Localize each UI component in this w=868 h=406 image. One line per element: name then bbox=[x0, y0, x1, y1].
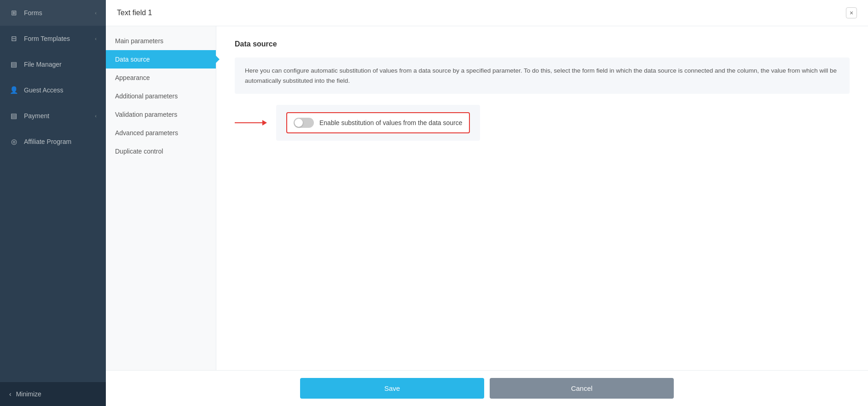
info-box: Here you can configure automatic substit… bbox=[235, 57, 850, 94]
nav-item-additional-parameters[interactable]: Additional parameters bbox=[106, 87, 216, 105]
nav-item-advanced-parameters[interactable]: Advanced parameters bbox=[106, 124, 216, 142]
sidebar-item-label: Guest Access bbox=[24, 86, 64, 94]
payment-icon: ▤ bbox=[9, 111, 18, 120]
modal-body: Main parameters Data source Appearance A… bbox=[106, 26, 868, 370]
nav-item-duplicate-control[interactable]: Duplicate control bbox=[106, 142, 216, 160]
form-templates-icon: ⊟ bbox=[9, 34, 18, 43]
minimize-icon: ‹ bbox=[9, 390, 12, 398]
sidebar-item-file-manager[interactable]: ▤ File Manager bbox=[0, 51, 106, 77]
sidebar-item-affiliate-program[interactable]: ◎ Affiliate Program bbox=[0, 129, 106, 154]
toggle-label: Enable substitution of values from the d… bbox=[319, 119, 463, 126]
sidebar-item-guest-access[interactable]: 👤 Guest Access bbox=[0, 77, 106, 103]
sidebar-item-label: Affiliate Program bbox=[24, 138, 71, 145]
modal-header: Text field 1 × bbox=[106, 0, 868, 26]
info-text: Here you can configure automatic substit… bbox=[245, 67, 837, 84]
nav-item-main-parameters[interactable]: Main parameters bbox=[106, 32, 216, 50]
minimize-button[interactable]: ‹ Minimize bbox=[0, 382, 106, 406]
chevron-icon: ‹ bbox=[95, 10, 97, 16]
annotation-arrow bbox=[235, 120, 267, 126]
arrow-head bbox=[262, 120, 267, 126]
affiliate-icon: ◎ bbox=[9, 137, 18, 146]
arrow-line bbox=[235, 122, 262, 123]
toggle-section: Enable substitution of values from the d… bbox=[276, 105, 480, 141]
sidebar-item-label: Forms bbox=[24, 9, 42, 17]
nav-item-data-source[interactable]: Data source bbox=[106, 50, 216, 69]
toggle-row: Enable substitution of values from the d… bbox=[286, 112, 470, 133]
nav-item-validation-parameters[interactable]: Validation parameters bbox=[106, 105, 216, 124]
toggle-track bbox=[294, 118, 314, 128]
modal-title: Text field 1 bbox=[117, 9, 152, 17]
content-area: Data source Here you can configure autom… bbox=[216, 26, 868, 370]
chevron-icon: ‹ bbox=[95, 113, 97, 119]
close-button[interactable]: × bbox=[846, 7, 857, 18]
sidebar-item-form-templates[interactable]: ⊟ Form Templates ‹ bbox=[0, 26, 106, 51]
sidebar-item-label: Payment bbox=[24, 112, 49, 120]
sidebar-item-forms[interactable]: ⊞ Forms ‹ bbox=[0, 0, 106, 26]
forms-icon: ⊞ bbox=[9, 8, 18, 17]
sidebar: ⊞ Forms ‹ ⊟ Form Templates ‹ ▤ File Mana… bbox=[0, 0, 106, 406]
toggle-thumb bbox=[295, 119, 303, 127]
sidebar-item-label: File Manager bbox=[24, 61, 62, 68]
modal-footer: Save Cancel bbox=[106, 370, 868, 406]
nav-item-appearance[interactable]: Appearance bbox=[106, 69, 216, 87]
chevron-icon: ‹ bbox=[95, 36, 97, 41]
toggle-switch[interactable] bbox=[294, 118, 314, 128]
file-manager-icon: ▤ bbox=[9, 60, 18, 69]
save-button[interactable]: Save bbox=[300, 378, 484, 399]
main-area: Text field 1 × Main parameters Data sour… bbox=[106, 0, 868, 406]
guest-access-icon: 👤 bbox=[9, 86, 18, 95]
left-nav: Main parameters Data source Appearance A… bbox=[106, 26, 216, 370]
sidebar-item-payment[interactable]: ▤ Payment ‹ bbox=[0, 103, 106, 129]
sidebar-item-label: Form Templates bbox=[24, 35, 70, 42]
minimize-label: Minimize bbox=[16, 390, 41, 398]
section-title: Data source bbox=[235, 40, 850, 48]
cancel-button[interactable]: Cancel bbox=[490, 378, 674, 399]
